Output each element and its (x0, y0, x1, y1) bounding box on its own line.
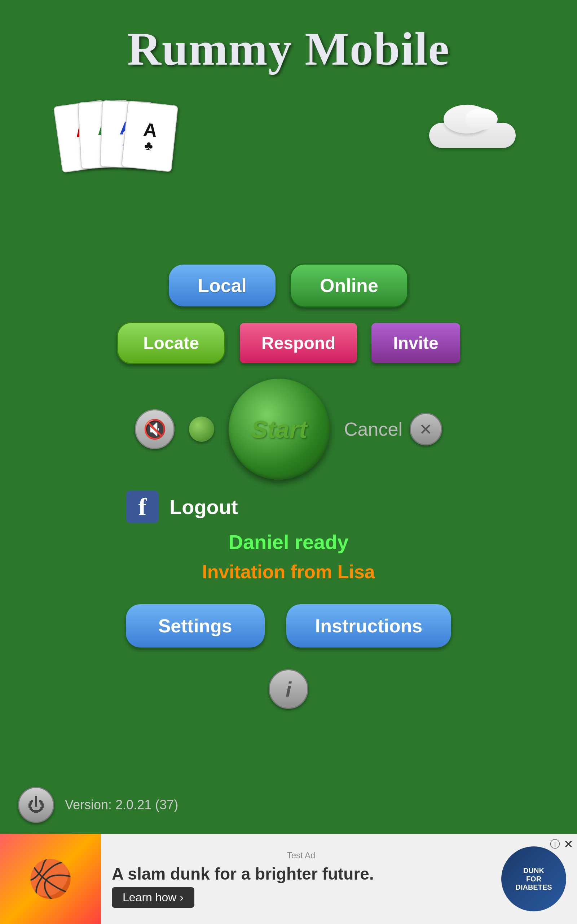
online-button[interactable]: Online (290, 263, 408, 307)
power-button[interactable]: ⏻ (18, 787, 54, 823)
cancel-button[interactable]: ✕ (410, 413, 442, 446)
cards-display: A ♥ A ♦ A ♠ A ♣ (58, 101, 195, 173)
ad-image: 🏀 (0, 834, 101, 924)
ad-badge: DUNK FOR DIABETES (501, 846, 566, 911)
start-button[interactable]: Start (229, 379, 330, 480)
invitation-status: Invitation from Lisa (202, 561, 375, 583)
settings-instructions-row: Settings Instructions (126, 604, 451, 648)
ad-content: Test Ad A slam dunk for a brighter futur… (101, 843, 501, 915)
mute-button[interactable]: 🔇 (135, 409, 174, 449)
ad-close-area: ⓘ ✕ (550, 837, 574, 851)
info-button[interactable]: i (269, 669, 308, 709)
main-content: Local Online Locate Respond Invite 🔇 Sta… (0, 263, 577, 738)
facebook-icon: f (126, 491, 159, 523)
local-button[interactable]: Local (169, 265, 276, 307)
info-icon: i (285, 677, 292, 701)
player-dot-1 (189, 417, 214, 442)
settings-button[interactable]: Settings (126, 604, 265, 648)
cloud-decoration (422, 112, 523, 155)
cancel-icon: ✕ (419, 420, 432, 439)
ad-learn-more-button[interactable]: Learn how › (112, 887, 194, 908)
game-mode-row: Local Online (169, 263, 408, 307)
logout-row: f Logout (126, 491, 451, 523)
cancel-label: Cancel (344, 418, 403, 440)
app-title: Rummy Mobile (0, 0, 577, 76)
ad-banner: 🏀 Test Ad A slam dunk for a brighter fut… (0, 834, 577, 924)
instructions-button[interactable]: Instructions (286, 604, 451, 648)
bottom-area: ⏻ Version: 2.0.21 (37) (18, 787, 178, 823)
invite-button[interactable]: Invite (371, 323, 460, 363)
ad-close-button[interactable]: ✕ (564, 837, 574, 851)
logout-button[interactable]: Logout (169, 495, 238, 519)
power-icon: ⏻ (27, 795, 45, 815)
version-label: Version: 2.0.21 (37) (65, 797, 178, 813)
cancel-area: Cancel ✕ (344, 413, 442, 446)
card-4: A ♣ (121, 100, 179, 172)
ad-test-label: Test Ad (112, 850, 490, 861)
player-ready-status: Daniel ready (228, 530, 348, 554)
mute-icon: 🔇 (143, 418, 167, 440)
ad-info-icon[interactable]: ⓘ (550, 837, 560, 851)
game-controls-row: 🔇 Start Cancel ✕ (0, 379, 577, 480)
network-row: Locate Respond Invite (117, 322, 460, 364)
respond-button[interactable]: Respond (240, 323, 357, 363)
ad-headline: A slam dunk for a brighter future. (112, 864, 490, 884)
locate-button[interactable]: Locate (117, 322, 226, 364)
